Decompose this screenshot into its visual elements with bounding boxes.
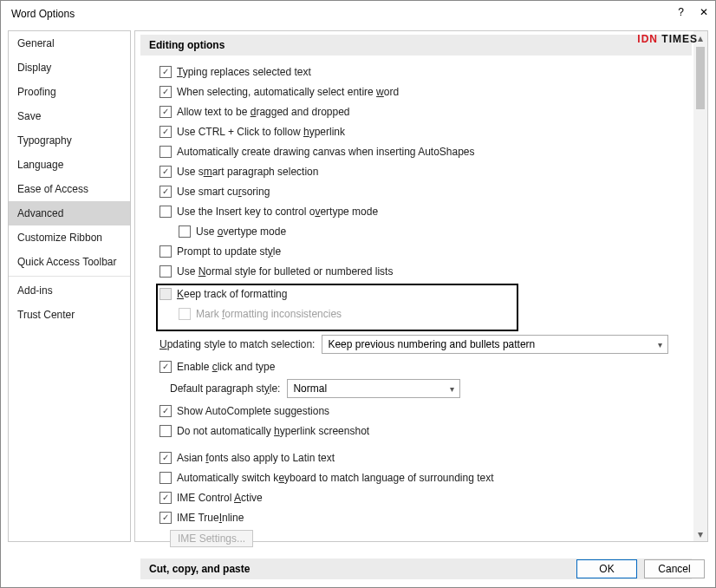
checkbox-mark-inconsistencies	[179, 308, 191, 320]
label-updating-style: Updating style to match selection:	[159, 338, 315, 350]
label-smart-cursor: Use smart cursoring	[177, 186, 270, 198]
ok-button[interactable]: OK	[576, 559, 637, 578]
checkbox-auto-canvas[interactable]	[159, 146, 172, 158]
close-icon[interactable]: ✕	[700, 6, 708, 18]
checkbox-no-hyperlink[interactable]	[159, 425, 172, 437]
scroll-thumb[interactable]	[696, 47, 705, 109]
label-mark-inconsistencies: Mark formatting inconsistencies	[196, 308, 342, 320]
checkbox-select-word[interactable]	[159, 86, 172, 98]
sidebar-item-save[interactable]: Save	[9, 104, 130, 128]
label-prompt-update: Prompt to update style	[177, 245, 281, 258]
checkbox-autocomplete[interactable]	[159, 405, 172, 417]
checkbox-smart-para[interactable]	[159, 166, 172, 178]
sidebar-item-quick-access-toolbar[interactable]: Quick Access Toolbar	[9, 250, 130, 274]
label-use-normal: Use Normal style for bulleted or numbere…	[177, 265, 393, 278]
label-enable-click: Enable click and type	[177, 361, 275, 373]
label-default-para: Default paragraph style:	[170, 382, 280, 395]
window-title: Word Options	[11, 8, 75, 20]
sidebar-item-add-ins[interactable]: Add-ins	[9, 278, 130, 303]
label-ime-trueinline: IME TrueInline	[177, 512, 244, 524]
label-ctrl-click: Use CTRL + Click to follow hyperlink	[177, 126, 345, 138]
label-drag-drop: Allow text to be dragged and dropped	[177, 106, 350, 118]
sidebar-item-advanced[interactable]: Advanced	[9, 201, 130, 225]
chevron-down-icon: ▾	[658, 340, 662, 350]
checkbox-typing-replace[interactable]	[159, 66, 172, 78]
checkbox-keep-track[interactable]	[159, 288, 172, 300]
label-keep-track: Keep track of formatting	[177, 288, 287, 300]
sidebar-item-language[interactable]: Language	[9, 153, 130, 177]
highlight-keep-track: Keep track of formatting Mark formatting…	[156, 284, 518, 331]
sidebar-item-proofing[interactable]: Proofing	[9, 80, 130, 104]
chevron-down-icon: ▾	[450, 384, 454, 394]
sidebar-item-ease-of-access[interactable]: Ease of Access	[9, 177, 130, 201]
content-panel: Editing options Typing replaces selected…	[134, 30, 708, 542]
label-no-hyperlink: Do not automatically hyperlink screensho…	[177, 425, 369, 437]
checkbox-prompt-update[interactable]	[159, 245, 172, 258]
label-autocomplete: Show AutoComplete suggestions	[177, 405, 329, 417]
label-smart-para: Use smart paragraph selection	[177, 166, 318, 178]
sidebar-item-general[interactable]: General	[9, 31, 130, 56]
scroll-down-icon[interactable]: ▾	[693, 527, 707, 541]
button-ime-settings: IME Settings...	[170, 530, 253, 547]
checkbox-overtype[interactable]	[179, 225, 191, 238]
sidebar-item-trust-center[interactable]: Trust Center	[9, 303, 130, 327]
label-ime-active: IME Control Active	[177, 492, 263, 504]
label-typing-replace: Typing replaces selected text	[177, 66, 311, 78]
label-overtype: Use overtype mode	[196, 225, 286, 238]
label-auto-keyboard: Automatically switch keyboard to match l…	[177, 472, 494, 484]
checkbox-ime-trueinline[interactable]	[159, 512, 172, 524]
sidebar: General Display Proofing Save Typography…	[8, 30, 131, 542]
sidebar-item-typography[interactable]: Typography	[9, 128, 130, 153]
checkbox-use-normal[interactable]	[159, 265, 172, 278]
checkbox-drag-drop[interactable]	[159, 106, 172, 118]
select-default-para[interactable]: Normal▾	[287, 379, 460, 398]
label-auto-canvas: Automatically create drawing canvas when…	[177, 146, 475, 158]
scroll-up-icon[interactable]: ▴	[693, 31, 707, 45]
sidebar-item-display[interactable]: Display	[9, 56, 130, 80]
scrollbar[interactable]: ▴ ▾	[693, 31, 707, 541]
select-updating-style[interactable]: Keep previous numbering and bullets patt…	[322, 335, 668, 354]
checkbox-asian-fonts[interactable]	[159, 452, 172, 464]
sidebar-item-customize-ribbon[interactable]: Customize Ribbon	[9, 225, 130, 250]
label-select-word: When selecting, automatically select ent…	[177, 86, 399, 98]
label-insert-overtype: Use the Insert key to control overtype m…	[177, 206, 378, 218]
checkbox-auto-keyboard[interactable]	[159, 472, 172, 484]
cancel-button[interactable]: Cancel	[644, 559, 705, 578]
checkbox-ctrl-click[interactable]	[159, 126, 172, 138]
checkbox-enable-click[interactable]	[159, 361, 172, 373]
help-icon[interactable]: ?	[678, 6, 684, 18]
checkbox-insert-overtype[interactable]	[159, 206, 172, 218]
section-header-editing: Editing options	[140, 35, 692, 56]
label-asian-fonts: Asian fonts also apply to Latin text	[177, 452, 335, 464]
checkbox-smart-cursor[interactable]	[159, 186, 172, 198]
checkbox-ime-active[interactable]	[159, 492, 172, 504]
